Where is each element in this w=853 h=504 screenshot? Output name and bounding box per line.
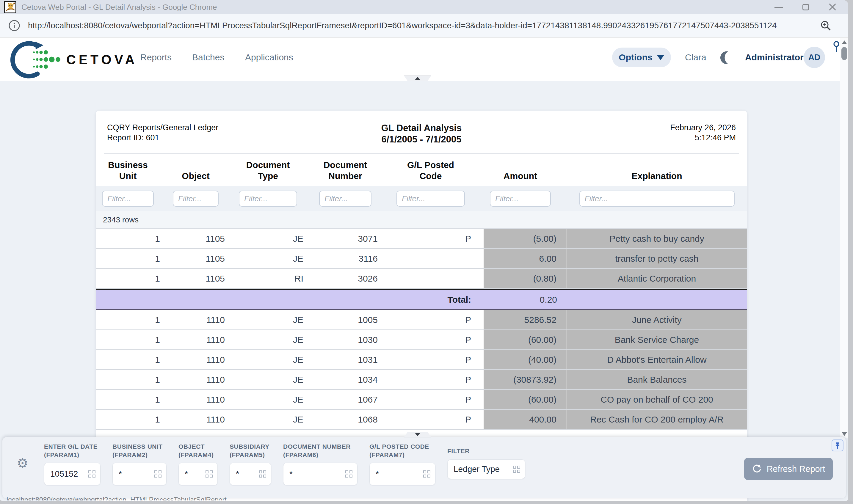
cell-posted-code: P [390,350,484,369]
params-row: ENTER G/L DATE (FPARAM1) 105152 BUSINESS… [44,443,525,485]
column-filter-input[interactable] [102,191,154,206]
cell-object: 1110 [166,390,233,409]
parameter-label: ENTER G/L DATE (FPARAM1) [44,443,101,459]
report-parameter: FILTER Ledger Type [447,447,525,479]
report-parameter: ENTER G/L DATE (FPARAM1) 105152 [44,443,101,485]
scrollbar-down-arrow[interactable] [842,432,847,436]
scrollbar-up-arrow[interactable] [842,40,847,44]
close-button[interactable] [829,3,836,11]
cetova-logo[interactable]: CETOVA [5,40,139,79]
parameter-input[interactable]: * [178,463,218,485]
table-row: 1 1110 JE 1034 P (30873.92) Bank Balance… [96,370,747,390]
parameter-input[interactable]: * [112,463,166,485]
column-header[interactable]: Amount [484,170,567,181]
cell-amount: 5286.52 [484,310,567,329]
url-text[interactable]: http://localhost:8080/cetova/webportal?a… [28,21,813,30]
cell-document-type: JE [233,410,313,429]
column-header[interactable]: Explanation [567,170,747,181]
parameter-input[interactable]: 105152 [44,463,101,485]
table-row: 1 1105 JE 3071 P (5.00) Petty cash to bu… [96,229,747,249]
lookup-grid-icon[interactable] [345,470,352,478]
parameter-value: * [119,469,151,479]
cell-business-unit: 1 [96,269,166,288]
cell-object: 1110 [166,330,233,349]
cell-explanation: Bank Balances [567,370,747,389]
cell-document-number: 1030 [313,330,390,349]
nav-item-batches[interactable]: Batches [192,38,224,77]
zoom-page-icon[interactable] [819,19,832,32]
page-info-icon[interactable] [7,18,21,33]
lookup-grid-icon[interactable] [206,470,213,478]
column-filter-input[interactable] [319,191,372,206]
dark-mode-moon-icon[interactable] [719,50,735,66]
cell-object: 1105 [166,229,233,248]
column-header[interactable]: G/L Posted Code [390,159,484,181]
parameter-input[interactable]: * [369,463,436,485]
total-row: Total: 0.20 [96,289,747,310]
cell-posted-code: P [390,370,484,389]
cell-explanation: Rec Cash for CO 200 employ A/R [567,410,747,429]
column-header[interactable]: Business Unit [96,159,166,181]
parameter-value: * [236,469,255,479]
column-filter-input[interactable] [580,191,735,206]
cell-amount: (60.00) [484,390,567,409]
pin-panel-button[interactable] [832,439,843,451]
column-header[interactable]: Object [166,170,233,181]
cell-amount: (30873.92) [484,370,567,389]
lookup-grid-icon[interactable] [259,470,266,478]
vertical-scrollbar[interactable] [840,38,848,438]
refresh-report-button[interactable]: Refresh Report [744,458,833,480]
cell-business-unit: 1 [96,390,166,409]
cell-explanation: transfer to petty cash [567,249,747,268]
report-parameter: SUBSIDIARY (FPARAM5) * [230,443,271,485]
lookup-grid-icon[interactable] [513,466,520,473]
rows-count-bar: 2343 rows [96,211,747,229]
column-filter-input[interactable] [239,191,297,206]
lookup-grid-icon[interactable] [88,470,95,478]
column-header[interactable]: Document Type [233,159,313,181]
lookup-grid-icon[interactable] [423,470,430,478]
parameter-input[interactable]: Ledger Type [447,460,525,479]
scrollbar-thumb[interactable] [841,47,847,60]
report-generated-date: February 26, 2026 [522,123,736,132]
report-id: Report ID: 601 [107,132,321,143]
user-avatar[interactable]: AD [804,47,825,68]
cell-document-number: 1068 [313,410,390,429]
parameter-label: DOCUMENT NUMBER (FPARAM6) [283,443,357,459]
options-dropdown-button[interactable]: Options [612,48,671,67]
parameter-input[interactable]: * [230,463,271,485]
nav-item-applications[interactable]: Applications [245,38,293,77]
parameter-label: FILTER [447,447,525,455]
cell-document-number: 1005 [313,310,390,329]
lookup-grid-icon[interactable] [154,470,161,478]
cell-amount: 400.00 [484,410,567,429]
parameter-input[interactable]: * [283,463,357,485]
cell-object: 1110 [166,350,233,369]
cell-document-type: JE [233,249,313,268]
parameter-label: OBJECT (FPARAM4) [178,443,218,459]
address-bar[interactable]: http://localhost:8080/cetova/webportal?a… [0,14,848,37]
table-row: 1 1110 JE 1067 P (60.00) CO pay on behal… [96,390,747,410]
column-header[interactable]: Document Number [313,159,390,181]
column-filter-input[interactable] [490,191,551,206]
cell-document-type: JE [233,330,313,349]
table-filter-row [96,186,747,211]
collapse-header-handle[interactable] [404,75,431,81]
column-filter-input[interactable] [173,191,219,206]
table-row: 1 1110 JE 1031 P (40.00) D Abbot's Enter… [96,350,747,370]
cell-explanation: Petty cash to buy candy [567,229,747,248]
pushpin-icon [834,442,841,449]
triangle-up-icon [415,77,420,80]
nav-item-reports[interactable]: Reports [140,38,172,77]
gear-icon[interactable]: ⚙ [17,457,28,470]
cell-explanation: June Activity [567,310,747,329]
total-label: Total: [390,290,484,309]
nav-item-clara[interactable]: Clara [685,38,706,77]
maximize-button[interactable] [802,4,809,11]
parameter-label: G/L POSTED CODE (FPARAM7) [369,443,436,459]
cell-document-number: 1031 [313,350,390,369]
collapse-panel-handle[interactable] [404,432,431,437]
column-filter-input[interactable] [396,191,465,206]
minimize-button[interactable] [775,7,783,8]
refresh-icon [752,464,762,474]
